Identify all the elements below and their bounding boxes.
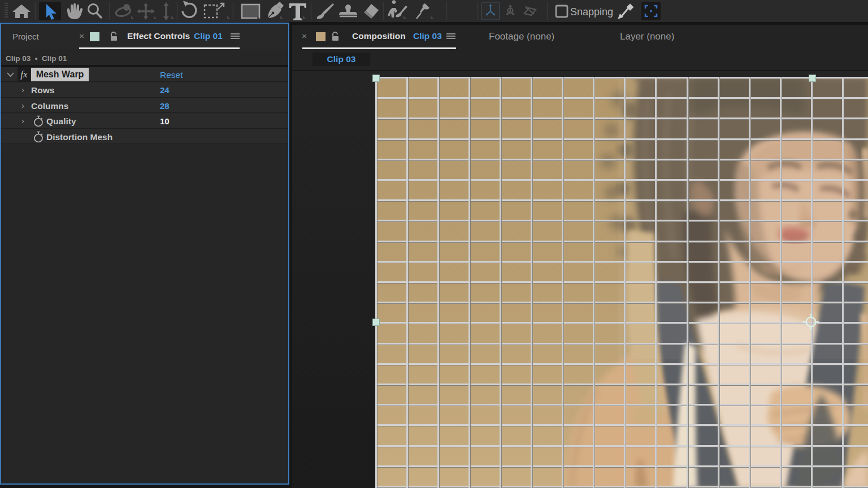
svg-text:Snapping: Snapping: [570, 6, 613, 18]
